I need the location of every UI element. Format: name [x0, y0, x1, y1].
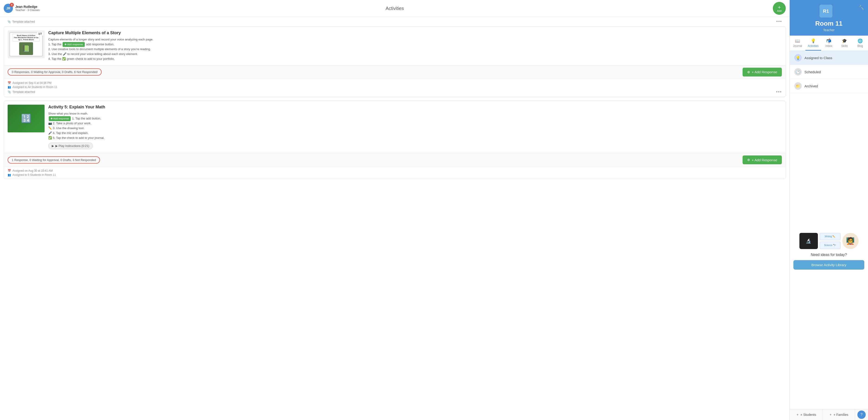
top-bar: JR 8 Jean Rutledge Teacher · 3 Classes A…	[0, 0, 789, 17]
activity1-stats: 0 Responses, 0 Waiting for Approval, 0 D…	[8, 68, 102, 76]
add-button[interactable]: ＋ Add	[773, 2, 786, 15]
filter-assigned[interactable]: 💡 Assigned to Class	[790, 51, 868, 65]
paperclip-icon-1: 📎	[8, 90, 11, 94]
inbox-icon: 📬	[826, 38, 831, 43]
filter-archived[interactable]: 📁 Archived	[790, 79, 868, 93]
activity1-title: Capture Multiple Elements of a Story	[48, 30, 782, 35]
sidebar-promo: 🔬 Writing ✏️ Science 🔭 🧑‍🏫 Need ideas fo…	[790, 93, 868, 409]
calendar-icon-2: 📅	[8, 169, 11, 172]
activity1-add-response-button[interactable]: ⊕ + Add Response	[743, 68, 782, 77]
students-icon-1: 👥	[8, 86, 11, 89]
user-name: Jean Rutledge	[15, 5, 39, 8]
promo-images: 🔬 Writing ✏️ Science 🔭 🧑‍🏫	[799, 233, 859, 249]
promo-right-images: Writing ✏️ Science 🔭	[820, 233, 840, 249]
scheduled-icon: 🕐	[794, 68, 802, 76]
card-body-2: 🔢 Activity 5: Explain Your Math Show wha…	[4, 101, 785, 153]
archived-icon: 📁	[794, 82, 802, 90]
more-options-button-1[interactable]: •••	[776, 90, 782, 94]
activity1-desc: Capture elements of a longer story and r…	[48, 37, 782, 61]
play-icon: ▶	[52, 144, 54, 148]
activity1-response-bar: 0 Responses, 0 Waiting for Approval, 0 D…	[4, 65, 785, 79]
tab-blog[interactable]: 🌐 Blog	[852, 36, 868, 51]
notification-badge: 8	[10, 3, 14, 7]
activity2-thumbnail: 🔢	[8, 104, 44, 132]
journal-icon: 📖	[795, 38, 800, 43]
students-icon-2: 👥	[8, 173, 11, 177]
activity2-desc: Show what you know in math. ✚ Add respon…	[48, 111, 782, 141]
browse-library-button[interactable]: Browse Activity Library	[794, 260, 864, 270]
play-instructions-button[interactable]: ▶ ▶ Play Instructions (0:21)	[48, 143, 93, 149]
activity2-meta: 📅 Assigned on Aug 30 at 10:41 AM 👥 Assig…	[4, 167, 785, 179]
activity1-badge: 1/7	[37, 32, 43, 36]
add-response-inline-2: ✚ Add response	[49, 116, 71, 121]
sidebar: R1 🔧 Room 11 Teacher 📖 Journal 💡 Activit…	[789, 0, 868, 420]
skills-icon: 🎓	[842, 38, 847, 43]
activity2-response-bar: 1 Response, 0 Waiting for Approval, 0 Dr…	[4, 153, 785, 167]
promo-writing-image: Writing ✏️	[820, 233, 840, 240]
room-role: Teacher	[794, 28, 864, 32]
plus-circle-icon-2: ⊕	[747, 158, 750, 162]
plus-students-icon: ＋	[796, 413, 799, 417]
activity2-stats: 1 Response, 0 Waiting for Approval, 0 Dr…	[8, 156, 100, 163]
add-families-button[interactable]: ＋ + Families	[823, 409, 855, 420]
tab-inbox[interactable]: 📬 Inbox	[821, 36, 837, 51]
activity2-content: Activity 5: Explain Your Math Show what …	[48, 104, 782, 149]
card-body-1: Book Name & AuthorThe Wonderful Wizard o…	[4, 27, 785, 65]
user-role: Teacher · 3 Classes	[15, 8, 39, 12]
activity-card-2: 🔢 Activity 5: Explain Your Math Show wha…	[4, 101, 786, 179]
avatar: JR 8	[4, 4, 13, 13]
room-avatar: R1	[819, 5, 832, 18]
activity1-assign-row: 👥 Assigned to All Students in Room 11	[8, 86, 782, 89]
room-name: Room 11	[794, 20, 864, 27]
promo-character: 🧑‍🏫	[842, 233, 859, 249]
activities-icon: 💡	[811, 38, 816, 43]
user-info: Jean Rutledge Teacher · 3 Classes	[15, 5, 39, 12]
activity1-date-row: 📅 Assigned on Sep 4 at 04:36 PM	[8, 81, 782, 85]
calendar-icon-1: 📅	[8, 81, 11, 85]
plus-icon: ＋	[777, 5, 782, 10]
tab-activities[interactable]: 💡 Activities	[805, 36, 821, 51]
activity1-template-row: 📎 Template attached •••	[8, 90, 782, 94]
sidebar-bottom: ＋ + Students ＋ + Families ?	[790, 409, 868, 420]
activity2-title: Activity 5: Explain Your Math	[48, 104, 782, 110]
tab-journal[interactable]: 📖 Journal	[790, 36, 805, 51]
nav-tabs: 📖 Journal 💡 Activities 📬 Inbox 🎓 Skills …	[790, 36, 868, 51]
filter-scheduled[interactable]: 🕐 Scheduled	[790, 65, 868, 79]
activity2-assign-row: 👥 Assigned to 5 Students in Room 11	[8, 173, 782, 177]
activity-card-1: Book Name & AuthorThe Wonderful Wizard o…	[4, 27, 786, 97]
page-title: Activities	[386, 6, 404, 11]
activity1-meta: 📅 Assigned on Sep 4 at 04:36 PM 👥 Assign…	[4, 79, 785, 97]
assigned-icon: 💡	[794, 54, 802, 61]
promo-science-image: 🔬	[799, 233, 818, 249]
plus-circle-icon-1: ⊕	[747, 70, 750, 74]
sidebar-settings-button[interactable]: 🔧	[859, 5, 864, 10]
promo-science-label: Science 🔭	[820, 242, 840, 249]
activity2-add-response-button[interactable]: ⊕ + Add Response	[743, 155, 782, 164]
template-row-top: 📎 Template attached •••	[4, 17, 786, 27]
blog-icon: 🌐	[858, 38, 863, 43]
more-options-button-top[interactable]: •••	[776, 19, 782, 24]
sidebar-header: R1 🔧 Room 11 Teacher	[790, 0, 868, 36]
activity2-date-row: 📅 Assigned on Aug 30 at 10:41 AM	[8, 169, 782, 172]
activity1-content: Capture Multiple Elements of a Story Cap…	[48, 30, 782, 61]
promo-text: Need ideas for today?	[811, 253, 847, 257]
plus-families-icon: ＋	[829, 413, 832, 417]
paperclip-icon: 📎	[7, 20, 11, 23]
tab-skills[interactable]: 🎓 Skills	[837, 36, 852, 51]
content-scroll: 📎 Template attached ••• Book Name & Auth…	[0, 17, 789, 420]
help-button[interactable]: ?	[857, 411, 866, 419]
activity1-thumbnail: Book Name & AuthorThe Wonderful Wizard o…	[8, 30, 44, 58]
add-students-button[interactable]: ＋ + Students	[790, 409, 823, 420]
add-response-inline-1: ✚ Add response	[63, 42, 85, 47]
